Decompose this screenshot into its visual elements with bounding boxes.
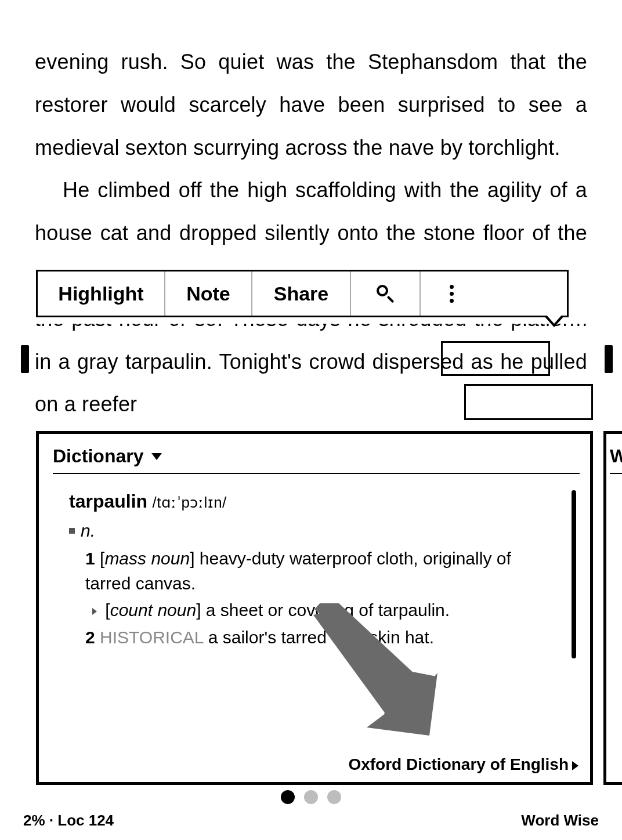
dictionary-headword: tarpaulin: [69, 491, 147, 512]
part-of-speech: n.: [81, 518, 95, 544]
selection-handle-left[interactable]: [21, 345, 29, 373]
sense-1: 1 [mass noun] heavy-duty waterproof clot…: [85, 546, 556, 596]
sense-1-sub-label: count noun: [110, 600, 196, 620]
status-bar: 2% · Loc 124 Word Wise: [23, 812, 599, 830]
dictionary-dropdown[interactable]: Dictionary: [53, 446, 580, 474]
sense-2-label: HISTORICAL: [100, 628, 203, 647]
chevron-down-icon: [151, 453, 162, 460]
share-button[interactable]: Share: [252, 271, 351, 316]
dictionary-pronunciation: /tɑːˈpɔːlɪn/: [152, 494, 226, 511]
part-of-speech-row: n.: [69, 518, 556, 544]
note-button[interactable]: Note: [165, 271, 252, 316]
selected-word-tarpaulin[interactable]: tarpaulin.: [125, 350, 212, 374]
dictionary-body[interactable]: tarpaulin /tɑːˈpɔːlɪn/ n. 1 [mass noun] …: [53, 488, 580, 737]
sense-1-sub-def: a sheet or covering of tarpaulin.: [206, 600, 450, 620]
peek-letter: W: [610, 446, 622, 474]
next-card-peek[interactable]: W: [603, 431, 622, 785]
dictionary-source-label: Oxford Dictionary of English: [348, 755, 569, 773]
toolbar-caret-icon: [544, 316, 565, 327]
sense-1-label: mass noun: [104, 549, 190, 568]
sense-1-sub: [count noun] a sheet or covering of tarp…: [92, 598, 556, 623]
word-wise-label[interactable]: Word Wise: [521, 812, 599, 830]
selection-toolbar: Highlight Note Share: [36, 270, 569, 317]
more-icon: [450, 285, 454, 303]
dictionary-tab-label: Dictionary: [53, 446, 143, 467]
para2-box2-text[interactable]: on a reefer: [35, 392, 137, 416]
triangle-bullet-icon: [92, 608, 97, 615]
sense-2: 2 HISTORICAL a sailor's tarred or oilski…: [85, 625, 556, 650]
sense-2-def: a sailor's tarred or oilskin hat.: [208, 628, 434, 647]
reading-progress[interactable]: 2% · Loc 124: [23, 812, 114, 830]
page-dot-1[interactable]: [281, 790, 295, 804]
book-text[interactable]: evening rush. So quiet was the Stephansd…: [35, 41, 587, 426]
card-pagination[interactable]: [0, 790, 622, 804]
dictionary-card: Dictionary tarpaulin /tɑːˈpɔːlɪn/ n. 1 […: [36, 431, 593, 785]
search-icon: [377, 285, 394, 302]
search-button[interactable]: [351, 271, 421, 316]
dictionary-source-button[interactable]: Oxford Dictionary of English: [348, 755, 578, 774]
sense-2-number: 2: [85, 628, 95, 647]
triangle-right-icon: [572, 761, 578, 770]
paragraph-1[interactable]: evening rush. So quiet was the Stephansd…: [35, 41, 587, 169]
page-dot-2[interactable]: [304, 790, 318, 804]
para2-part-b[interactable]: Tonight's crowd dispersed as he pulled: [212, 350, 587, 374]
reader-page: evening rush. So quiet was the Stephansd…: [0, 0, 622, 840]
more-button[interactable]: [421, 271, 567, 316]
dictionary-scrollbar[interactable]: [572, 490, 576, 658]
highlight-button[interactable]: Highlight: [38, 271, 165, 316]
square-bullet-icon: [69, 528, 75, 534]
page-dot-3[interactable]: [327, 790, 341, 804]
sense-1-number: 1: [85, 549, 95, 568]
selection-handle-right[interactable]: [605, 345, 613, 373]
